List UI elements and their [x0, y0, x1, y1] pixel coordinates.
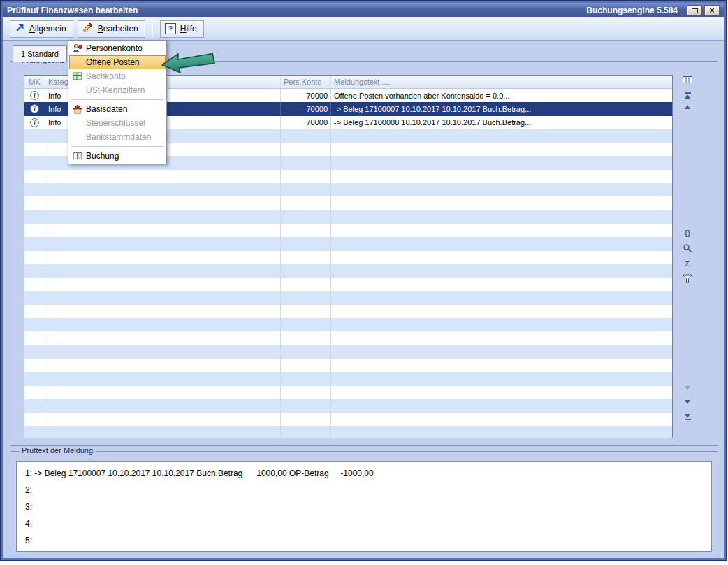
window-content: Prüflauf Finanzwesen bearbeiten Buchungs…: [3, 3, 724, 558]
cell-acct: [281, 156, 331, 169]
table-row-empty[interactable]: [24, 331, 672, 345]
cell-mk: [24, 264, 45, 278]
scroll-down-button[interactable]: [681, 400, 694, 404]
cell-mk: [24, 210, 45, 224]
message-line: 1: -> Beleg 17100007 10.10.2017 10.10.20…: [25, 465, 703, 482]
cell-mk: [24, 386, 45, 399]
table-row-empty[interactable]: [24, 359, 672, 372]
cell-acct: [281, 359, 331, 372]
table-row-empty[interactable]: [24, 386, 672, 399]
table-row-empty[interactable]: [24, 170, 672, 183]
table-row-empty[interactable]: [24, 278, 672, 291]
selection-braces-icon[interactable]: {}: [681, 229, 694, 237]
sum-icon[interactable]: Σ: [681, 260, 694, 268]
table-row-empty[interactable]: [24, 264, 672, 278]
window-title: Prüflauf Finanzwesen bearbeiten: [7, 6, 138, 15]
table-row-empty[interactable]: [24, 426, 672, 438]
cell-cat: [45, 291, 281, 304]
search-icon[interactable]: [681, 243, 694, 253]
grid-navigation-rail: {} Σ: [677, 62, 698, 445]
toolbar: Allgemein Bearbeiten ? Hilfe: [3, 17, 724, 41]
cell-mk: i: [24, 102, 45, 115]
table-row-empty[interactable]: [24, 399, 672, 413]
table-row-empty[interactable]: [24, 413, 672, 426]
cell-message: Offene Posten vorhanden aber Kontensaldo…: [331, 89, 672, 102]
table-row-empty[interactable]: [24, 305, 672, 318]
menu-item-steuerschluessel[interactable]: Steuerschlüssel: [69, 116, 166, 130]
cell-mk: [24, 359, 45, 372]
header-cell-meldungstext[interactable]: Meldungstext ....: [331, 76, 672, 88]
menu-item-ust-kennziffern[interactable]: USt-Kennziffern: [69, 83, 166, 97]
cell-mk: [24, 170, 45, 183]
basisdaten-icon: [69, 103, 86, 115]
cell-cat: [45, 359, 281, 372]
cell-cat: [45, 210, 281, 224]
menu-item-label: USt-Kennziffern: [86, 85, 145, 95]
cell-mk: [24, 129, 45, 143]
cell-msg: [331, 359, 672, 372]
filter-icon[interactable]: [681, 274, 694, 283]
cell-msg: [331, 413, 672, 426]
menu-item-buchung[interactable]: Buchung: [69, 149, 166, 163]
hilfe-button[interactable]: ? Hilfe: [160, 20, 204, 38]
annotation-arrow: [160, 49, 217, 76]
menu-item-sachkonto[interactable]: Sachkonto: [69, 69, 166, 83]
table-row-empty[interactable]: [24, 210, 672, 224]
sachkonto-icon: [69, 71, 86, 82]
cell-account: 70000: [281, 116, 331, 129]
table-row-empty[interactable]: [24, 345, 672, 359]
menu-item-personenkonto[interactable]: Personenkonto: [69, 41, 166, 55]
allgemein-button[interactable]: Allgemein: [10, 20, 73, 38]
table-row-empty[interactable]: [24, 251, 672, 264]
bearbeiten-button[interactable]: Bearbeiten: [78, 20, 145, 38]
cell-acct: [281, 386, 331, 399]
scroll-top-button[interactable]: [681, 92, 694, 99]
table-row-empty[interactable]: [24, 318, 672, 331]
scroll-bottom-button[interactable]: [681, 414, 694, 420]
column-options-icon[interactable]: [681, 76, 694, 84]
cell-msg: [331, 183, 672, 196]
cell-acct: [281, 345, 331, 359]
cell-mk: i: [24, 89, 45, 102]
cell-msg: [331, 345, 672, 359]
cell-account: 70000: [281, 89, 331, 102]
maximize-button[interactable]: [687, 5, 702, 16]
header-cell-perskonto[interactable]: Pers.Konto: [281, 76, 331, 88]
close-button[interactable]: ×: [704, 5, 720, 16]
header-cell-mk[interactable]: MK: [24, 76, 45, 88]
scroll-up-button[interactable]: [681, 105, 694, 109]
cell-mk: [24, 345, 45, 359]
cell-msg: [331, 426, 672, 438]
cell-msg: [331, 170, 672, 183]
cell-acct: [281, 413, 331, 426]
maximize-icon: [692, 8, 698, 13]
cell-acct: [281, 170, 331, 183]
tab-standard[interactable]: 1 Standard: [13, 45, 67, 62]
menu-item-basisdaten[interactable]: Basisdaten: [69, 102, 166, 116]
table-row-empty[interactable]: [24, 291, 672, 304]
allgemein-icon: [15, 22, 25, 35]
menu-item-label: Steuerschlüssel: [86, 118, 145, 128]
menu-item-offene-posten[interactable]: Offene Posten: [69, 55, 166, 69]
cell-acct: [281, 143, 331, 156]
scroll-down-alt-button[interactable]: [681, 386, 694, 390]
cell-msg: [331, 237, 672, 250]
cell-msg: [331, 291, 672, 304]
table-row-empty[interactable]: [24, 372, 672, 385]
menu-item-label: Offene Posten: [86, 57, 140, 67]
menu-item-bankstammdaten[interactable]: Bankstammdaten: [69, 130, 166, 144]
message-line: 5:: [25, 532, 703, 549]
toolbar-separator: [152, 21, 153, 36]
message-group-label: Prüftext der Meldung: [19, 446, 96, 455]
menu-item-label: Personenkonto: [86, 43, 143, 53]
table-row-empty[interactable]: [24, 224, 672, 237]
table-row-empty[interactable]: [24, 183, 672, 196]
titlebar: Prüflauf Finanzwesen bearbeiten Buchungs…: [3, 3, 724, 17]
cell-msg: [331, 224, 672, 237]
cell-mk: [24, 237, 45, 250]
cell-cat: [45, 318, 281, 331]
cell-mk: [24, 183, 45, 196]
table-row-empty[interactable]: [24, 237, 672, 250]
table-row-empty[interactable]: [24, 196, 672, 210]
menu-separator: [71, 146, 163, 147]
